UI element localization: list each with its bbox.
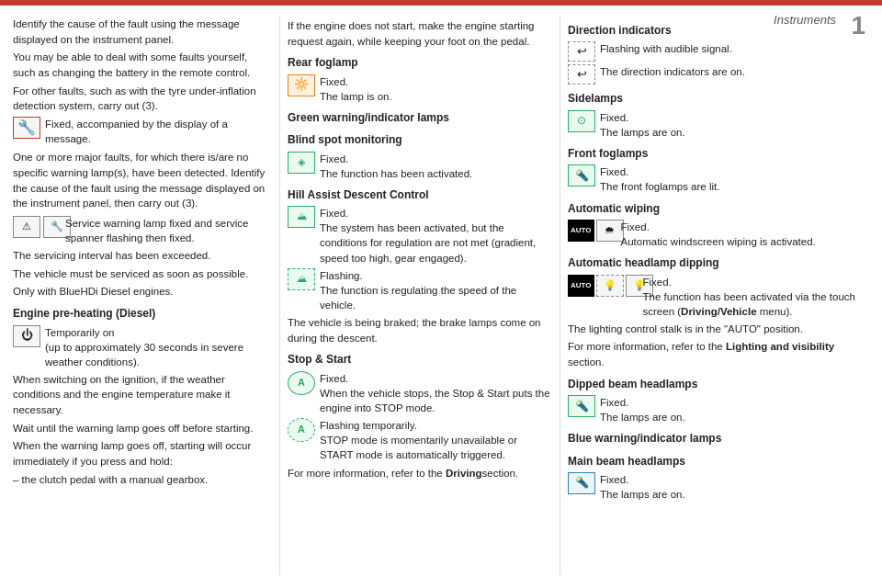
dipped-beam-row: 🔦 Fixed. The lamps are on. [568,395,869,424]
direction-on-icon: ↩ [568,64,595,85]
auto-badge-headlamp: AUTO [568,275,594,297]
blind-spot-icon: ◈ [288,152,315,174]
preheat-icon: ⏻ [13,325,40,347]
section-label: Instruments [774,13,836,27]
major-faults-para: One or more major faults, for which ther… [13,150,270,211]
stop-start-flashing-text: Flashing temporarily. STOP mode is momen… [320,418,550,462]
auto-headlamp-row: AUTO 💡 💡 Fixed. The function has been ac… [568,275,869,319]
rear-foglamp-heading: Rear foglamp [288,55,550,71]
bluehdI: Only with BlueHDi Diesel engines. [13,284,270,300]
preheat-icon-row: ⏻ Temporarily on (up to approximately 30… [13,325,270,369]
stop-start-fixed-text: Fixed. When the vehicle stops, the Stop … [320,371,550,415]
hill-assist-flashing-row: ⛰ Flashing. The function is regulating t… [288,268,550,312]
blue-warning-heading: Blue warning/indicator lamps [568,431,869,447]
preheat-text: Temporarily on (up to approximately 30 s… [45,325,270,369]
auto-headlamp-text: Fixed. The function has been activated v… [643,275,869,319]
rear-foglamp-row: 🔆 Fixed. The lamp is on. [288,74,550,104]
direction-row1: ↩ Flashing with audible signal. [568,41,869,62]
hill-assist-flashing-text: Flashing. The function is regulating the… [320,268,550,312]
stop-start-heading: Stop & Start [288,352,550,368]
engine-preheat-heading: Engine pre-heating (Diesel) [13,306,270,322]
stop-start-flashing-row: A Flashing temporarily. STOP mode is mom… [288,418,550,462]
front-foglamps-heading: Front foglamps [568,146,869,162]
lighting-visibility-text: For more information, refer to the Light… [568,339,869,369]
fixed-message-row: 🔧 Fixed, accompanied by the display of a… [13,117,270,146]
warning-off: When the warning lamp goes off, starting… [13,438,270,469]
brake-auto-continued: If the engine does not start, make the e… [288,18,550,49]
sidelamps-row: ⊙ Fixed. The lamps are on. [568,110,869,140]
auto-wiping-text: Fixed. Automatic windscreen wiping is ac… [621,220,869,249]
clutch-line: – the clutch pedal with a manual gearbox… [13,472,270,488]
intro-p1: Identify the cause of the fault using th… [13,17,270,47]
blind-spot-heading: Blind spot monitoring [288,132,550,148]
top-bar [0,0,882,6]
intro-p2: You may be able to deal with some faults… [13,50,270,80]
stop-start-fixed-row: A Fixed. When the vehicle stops, the Sto… [288,371,550,415]
main-beam-heading: Main beam headlamps [568,454,869,469]
main-beam-row: 🔦 Fixed. The lamps are on. [568,472,869,502]
col-mid: If the engine does not start, make the e… [279,17,550,575]
page-number: 1 [851,13,865,39]
direction-flashing-icon: ↩ [568,41,595,62]
auto-badge-wiping: AUTO [568,220,594,242]
col-left: Identify the cause of the fault using th… [13,17,270,575]
main-beam-icon: 🔦 [568,472,595,494]
service-lamp-icon: ⚠ [13,216,40,238]
hill-assist-icon: ⛰ [288,206,315,228]
sidelamps-icon: ⊙ [568,110,595,132]
blind-spot-text: Fixed. The function has been activated. [320,152,550,181]
direction-on-text: The direction indicators are on. [600,64,869,79]
main-beam-text: Fixed. The lamps are on. [600,472,869,502]
stop-start-icon: A [288,371,315,395]
col-right: Direction indicators ↩ Flashing with aud… [560,17,869,575]
hill-assist-braking: The vehicle is being braked; the brake l… [288,315,550,345]
rear-foglamp-icon: 🔆 [288,74,315,96]
direction-row2: ↩ The direction indicators are on. [568,64,869,85]
service-interval: The servicing interval has been exceeded… [13,248,270,264]
fixed-message-text: Fixed, accompanied by the display of a m… [45,117,270,146]
dipped-beam-text: Fixed. The lamps are on. [600,395,869,424]
direction-flashing-text: Flashing with audible signal. [600,41,869,56]
intro-p3: For other faults, such as with the tyre … [13,84,270,114]
auto-headlamp-heading: Automatic headlamp dipping [568,255,869,271]
service-warning-text: Service warning lamp fixed and service s… [65,216,270,245]
dipped-beam-icon: 🔦 [568,395,595,417]
switching-on: When switching on the ignition, if the w… [13,372,270,418]
sidelamps-text: Fixed. The lamps are on. [600,110,869,140]
sidelamps-heading: Sidelamps [568,91,869,107]
service-soon: The vehicle must be serviced as soon as … [13,266,270,282]
content-area: Identify the cause of the fault using th… [0,7,882,584]
auto-wiping-row: AUTO 🌧 Fixed. Automatic windscreen wipin… [568,220,869,249]
front-foglamps-icon: 🔦 [568,164,595,187]
auto-headlamp-stalk: The lighting control stalk is in the "AU… [568,322,869,337]
rear-foglamp-text: Fixed. The lamp is on. [320,74,550,104]
more-info-text: For more information, refer to the Drivi… [288,466,550,481]
hill-assist-flashing-icon: ⛰ [288,268,315,290]
blind-spot-row: ◈ Fixed. The function has been activated… [288,152,550,181]
hill-assist-fixed-text: Fixed. The system has been activated, bu… [320,206,550,265]
green-warning-heading: Green warning/indicator lamps [288,110,550,126]
stop-start-flashing-icon: A [288,418,315,442]
hill-assist-heading: Hill Assist Descent Control [288,187,550,203]
headlamp-dip-icon1: 💡 [596,275,624,297]
wiper-icon: 🌧 [596,220,624,242]
wait-warning: Wait until the warning lamp goes off bef… [13,421,270,436]
service-warning-row: ⚠ 🔧 Service warning lamp fixed and servi… [13,216,270,245]
auto-wiping-heading: Automatic wiping [568,201,869,217]
spanner-icon: 🔧 [13,117,40,139]
front-foglamps-row: 🔦 Fixed. The front foglamps are lit. [568,164,869,194]
dipped-beam-heading: Dipped beam headlamps [568,377,869,392]
front-foglamps-text: Fixed. The front foglamps are lit. [600,164,869,194]
hill-assist-fixed-row: ⛰ Fixed. The system has been activated, … [288,206,550,265]
